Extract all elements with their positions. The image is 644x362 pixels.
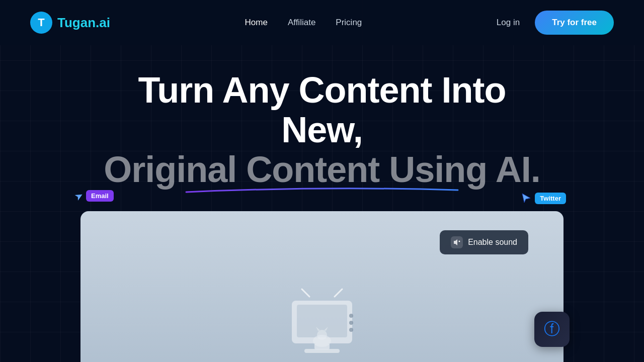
svg-point-9 xyxy=(349,321,353,325)
video-container: Enable sound xyxy=(80,211,564,362)
logo[interactable]: T Tugan.ai xyxy=(30,12,110,34)
nav-right: Log in Try for free xyxy=(497,11,614,35)
svg-point-8 xyxy=(349,314,353,318)
hero-section: Turn Any Content Into New, Original Cont… xyxy=(0,45,644,225)
hero-line-2: Original Content Using AI. xyxy=(96,150,548,190)
email-badge-label: Email xyxy=(86,190,114,202)
twitter-cursor-icon xyxy=(521,193,532,204)
svg-line-4 xyxy=(302,289,309,297)
nav-item-home[interactable]: Home xyxy=(245,18,268,28)
floating-badges: ➤ Email Twitter xyxy=(0,195,644,225)
svg-text:T: T xyxy=(38,16,45,29)
tv-svg-icon xyxy=(282,287,362,362)
logo-text: Tugan.ai xyxy=(57,15,110,31)
hero-line-1: Turn Any Content Into New, xyxy=(96,70,548,150)
enable-sound-button[interactable]: Enable sound xyxy=(440,230,528,254)
tv-illustration xyxy=(277,277,367,362)
hero-underline xyxy=(181,185,463,195)
enable-sound-label: Enable sound xyxy=(468,238,517,247)
twitter-badge-label: Twitter xyxy=(535,193,566,204)
facebook-widget[interactable]: ⓕ xyxy=(534,312,570,347)
svg-point-14 xyxy=(317,330,327,340)
nav-links: Home Affiliate Pricing xyxy=(245,18,362,28)
email-cursor-badge: ➤ Email xyxy=(74,190,114,202)
twitter-cursor-badge: Twitter xyxy=(521,193,566,204)
email-arrow-icon: ➤ xyxy=(72,189,86,203)
logo-icon: T xyxy=(30,12,52,34)
login-link[interactable]: Log in xyxy=(497,18,520,28)
svg-line-5 xyxy=(335,289,342,297)
facebook-icon: ⓕ xyxy=(544,318,560,340)
svg-point-10 xyxy=(349,328,353,332)
mute-icon xyxy=(451,236,463,248)
nav-item-pricing[interactable]: Pricing xyxy=(336,18,362,28)
navbar: T Tugan.ai Home Affiliate Pricing Log in… xyxy=(0,0,644,45)
nav-item-affiliate[interactable]: Affiliate xyxy=(288,18,315,28)
hero-title: Turn Any Content Into New, Original Cont… xyxy=(96,70,548,190)
svg-rect-12 xyxy=(304,349,340,353)
try-free-button[interactable]: Try for free xyxy=(535,11,614,35)
